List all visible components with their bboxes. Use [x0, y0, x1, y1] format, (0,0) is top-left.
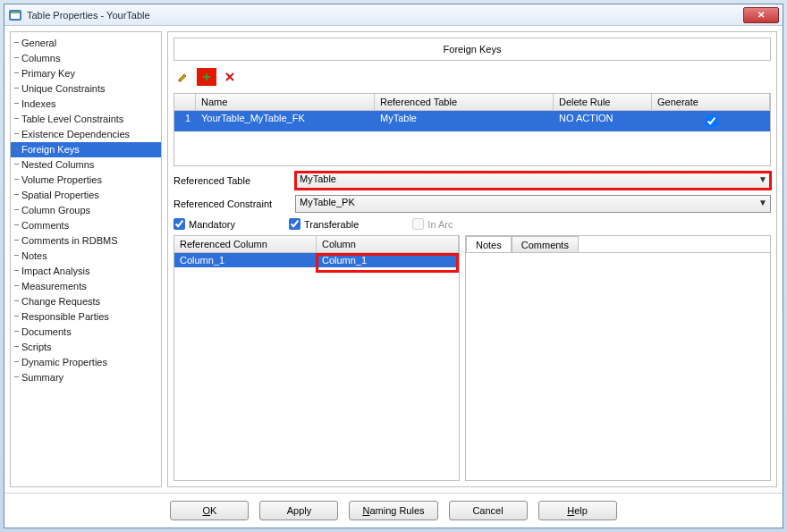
nav-indexes[interactable]: Indexes: [11, 97, 161, 112]
nav-dynamic-properties[interactable]: Dynamic Properties: [11, 355, 161, 370]
nav-impact-analysis[interactable]: Impact Analysis: [11, 264, 161, 279]
nav-columns[interactable]: Columns: [11, 51, 161, 66]
nav-foreign-keys[interactable]: Foreign Keys: [11, 142, 161, 157]
content-pane: Foreign Keys Name Referenced Table Delet…: [167, 31, 777, 487]
fk-row-deleterule: NO ACTION: [554, 111, 652, 131]
mandatory-checkbox[interactable]: Mandatory: [173, 218, 235, 230]
generate-checkbox[interactable]: [706, 115, 717, 127]
transferable-checkbox[interactable]: Transferable: [289, 218, 359, 230]
tab-comments[interactable]: Comments: [512, 236, 579, 253]
nav-existence-dependencies[interactable]: Existence Dependencies: [11, 127, 161, 142]
colgrid-header-refcol[interactable]: Referenced Column: [174, 236, 317, 252]
nav-change-requests[interactable]: Change Requests: [11, 294, 161, 309]
cancel-button[interactable]: Cancel: [449, 501, 528, 520]
fk-row-generate[interactable]: [652, 111, 770, 131]
nav-volume-properties[interactable]: Volume Properties: [11, 173, 161, 188]
nav-comments-rdbms[interactable]: Comments in RDBMS: [11, 233, 161, 249]
category-nav[interactable]: General Columns Primary Key Unique Const…: [10, 31, 162, 487]
help-button[interactable]: Help: [538, 501, 617, 520]
edit-icon[interactable]: [173, 68, 193, 86]
nav-scripts[interactable]: Scripts: [11, 340, 161, 355]
grid-header-deleterule[interactable]: Delete Rule: [554, 94, 652, 110]
close-button[interactable]: ✕: [743, 7, 779, 23]
window-title: Table Properties - YourTable: [27, 10, 743, 21]
titlebar: Table Properties - YourTable ✕: [4, 4, 783, 26]
nav-documents[interactable]: Documents: [11, 325, 161, 340]
nav-comments[interactable]: Comments: [11, 218, 161, 233]
referenced-constraint-value: MyTable_PK: [300, 197, 355, 207]
ok-button[interactable]: OK: [170, 501, 249, 520]
nav-nested-columns[interactable]: Nested Columns: [11, 157, 161, 173]
nav-summary[interactable]: Summary: [11, 370, 161, 385]
naming-rules-button[interactable]: Naming Rules: [349, 501, 437, 520]
nav-column-groups[interactable]: Column Groups: [11, 203, 161, 218]
referenced-table-combo[interactable]: MyTable ▼: [295, 172, 771, 190]
chevron-down-icon: ▼: [758, 174, 767, 184]
add-icon[interactable]: [197, 68, 216, 86]
columns-grid[interactable]: Referenced Column Column Column_1 Column…: [173, 235, 460, 481]
app-icon: [8, 8, 22, 22]
colgrid-row[interactable]: Column_1 Column_1: [174, 253, 459, 267]
nav-table-level-constraints[interactable]: Table Level Constraints: [11, 112, 161, 127]
referenced-constraint-combo[interactable]: MyTable_PK ▼: [295, 195, 771, 213]
nav-notes[interactable]: Notes: [11, 249, 161, 264]
nav-unique-constraints[interactable]: Unique Constraints: [11, 81, 161, 97]
panel-title: Foreign Keys: [173, 38, 771, 61]
colgrid-row-refcol: Column_1: [174, 253, 317, 267]
notes-textarea[interactable]: [466, 252, 770, 480]
table-properties-dialog: Table Properties - YourTable ✕ General C…: [4, 4, 783, 528]
grid-header-reftable[interactable]: Referenced Table: [375, 94, 554, 110]
grid-header-name[interactable]: Name: [196, 94, 375, 110]
fk-toolbar: [173, 66, 771, 88]
colgrid-row-col: Column_1: [317, 253, 459, 267]
nav-spatial-properties[interactable]: Spatial Properties: [11, 188, 161, 203]
chevron-down-icon: ▼: [758, 198, 767, 207]
apply-button[interactable]: Apply: [259, 501, 338, 520]
svg-rect-2: [11, 12, 20, 13]
referenced-table-label: Referenced Table: [173, 175, 290, 186]
nav-measurements[interactable]: Measurements: [11, 279, 161, 294]
grid-header-num[interactable]: [174, 94, 196, 110]
fk-row-name: YourTable_MyTable_FK: [196, 111, 375, 131]
referenced-table-value: MyTable: [300, 173, 336, 184]
colgrid-header-col[interactable]: Column: [317, 236, 459, 252]
in-arc-checkbox: In Arc: [412, 218, 453, 230]
svg-rect-4: [203, 76, 210, 78]
referenced-constraint-label: Referenced Constraint: [173, 198, 290, 209]
nav-general[interactable]: General: [11, 36, 161, 51]
fk-grid[interactable]: Name Referenced Table Delete Rule Genera…: [173, 93, 771, 166]
nav-responsible-parties[interactable]: Responsible Parties: [11, 309, 161, 325]
dialog-footer: OK Apply Naming Rules Cancel Help: [4, 493, 783, 528]
delete-icon[interactable]: [220, 68, 240, 86]
grid-header-generate[interactable]: Generate: [652, 94, 770, 110]
tab-notes[interactable]: Notes: [466, 236, 512, 253]
nav-primary-key[interactable]: Primary Key: [11, 66, 161, 81]
fk-row-num: 1: [174, 111, 196, 131]
notes-comments-tabs: Notes Comments: [465, 235, 771, 481]
fk-row-reftable: MyTable: [375, 111, 554, 131]
fk-row[interactable]: 1 YourTable_MyTable_FK MyTable NO ACTION: [174, 111, 770, 131]
